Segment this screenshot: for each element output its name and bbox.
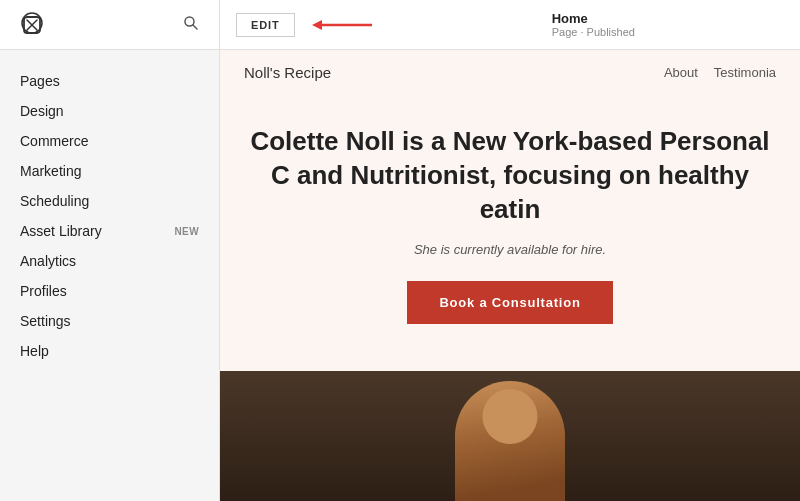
- sidebar-item-settings[interactable]: Settings: [0, 306, 219, 336]
- sidebar-item-label: Profiles: [20, 283, 199, 299]
- sidebar-item-label: Help: [20, 343, 199, 359]
- preview-headline: Colette Noll is a New York-based Persona…: [240, 125, 780, 226]
- annotation-arrow: [307, 11, 387, 39]
- sidebar-item-analytics[interactable]: Analytics: [0, 246, 219, 276]
- sidebar-item-pages[interactable]: Pages: [0, 66, 219, 96]
- squarespace-logo[interactable]: [16, 9, 48, 41]
- sidebar: Pages Design Commerce Marketing Scheduli…: [0, 50, 220, 501]
- preview-nav: Noll's Recipe About Testimonia: [220, 50, 800, 95]
- sidebar-item-label: Pages: [20, 73, 199, 89]
- sidebar-item-label: Asset Library: [20, 223, 174, 239]
- sidebar-item-label: Commerce: [20, 133, 199, 149]
- sidebar-item-label: Scheduling: [20, 193, 199, 209]
- preview-nav-links: About Testimonia: [664, 65, 776, 80]
- cta-button[interactable]: Book a Consultation: [407, 281, 612, 324]
- sidebar-item-label: Analytics: [20, 253, 199, 269]
- sidebar-item-scheduling[interactable]: Scheduling: [0, 186, 219, 216]
- sidebar-item-asset-library[interactable]: Asset Library New: [0, 216, 219, 246]
- edit-button[interactable]: EDIT: [236, 13, 295, 37]
- svg-marker-4: [312, 20, 322, 30]
- main-content: Pages Design Commerce Marketing Scheduli…: [0, 50, 800, 501]
- page-info: Home Page · Published: [403, 11, 784, 39]
- search-button[interactable]: [179, 11, 203, 38]
- svg-line-2: [193, 25, 197, 29]
- preview-image: [220, 371, 800, 501]
- nav-link-about: About: [664, 65, 698, 80]
- top-bar: EDIT Home Page · Published: [0, 0, 800, 50]
- preview-hero: Colette Noll is a New York-based Persona…: [220, 95, 800, 344]
- nav-link-testimonials: Testimonia: [714, 65, 776, 80]
- preview-subheadline: She is currently available for hire.: [240, 242, 780, 257]
- person-silhouette: [455, 381, 565, 501]
- page-title: Home: [552, 11, 635, 27]
- top-bar-actions: EDIT Home Page · Published: [220, 11, 800, 39]
- sidebar-item-label: Marketing: [20, 163, 199, 179]
- sidebar-item-marketing[interactable]: Marketing: [0, 156, 219, 186]
- edit-area: EDIT: [236, 11, 387, 39]
- new-badge: New: [174, 226, 199, 237]
- sidebar-item-commerce[interactable]: Commerce: [0, 126, 219, 156]
- sidebar-item-label: Settings: [20, 313, 199, 329]
- sidebar-item-profiles[interactable]: Profiles: [0, 276, 219, 306]
- sidebar-item-design[interactable]: Design: [0, 96, 219, 126]
- preview-area: Noll's Recipe About Testimonia Colette N…: [220, 50, 800, 501]
- sidebar-header: [0, 0, 220, 49]
- sidebar-item-help[interactable]: Help: [0, 336, 219, 366]
- sidebar-item-label: Design: [20, 103, 199, 119]
- page-subtitle: Page · Published: [552, 26, 635, 38]
- site-title: Noll's Recipe: [244, 64, 331, 81]
